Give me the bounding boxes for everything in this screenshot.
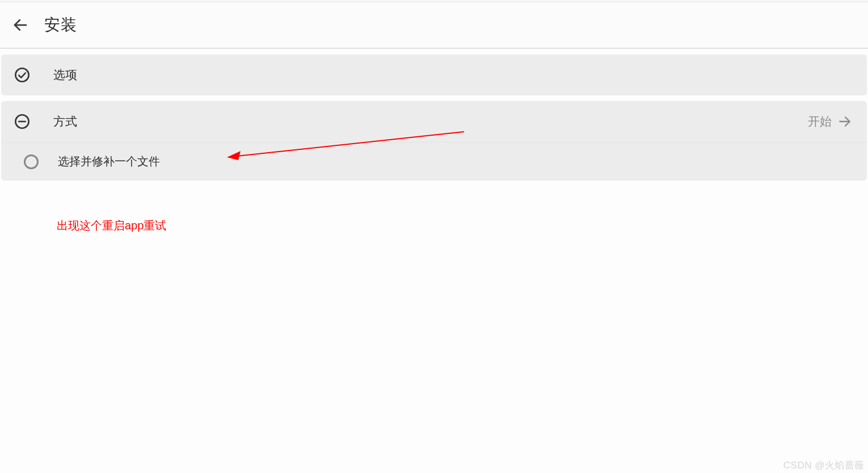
- titlebar: 安装: [0, 2, 868, 49]
- options-row[interactable]: 选项: [1, 55, 867, 95]
- method-row[interactable]: 方式 开始: [1, 101, 867, 142]
- check-circle-icon: [14, 66, 31, 83]
- options-label: 选项: [53, 67, 77, 83]
- radio-unchecked-icon: [24, 154, 39, 169]
- gap: [0, 49, 868, 55]
- annotation-text: 出现这个重启app重试: [57, 218, 166, 233]
- watermark: CSDN @火焰蔷薇: [783, 459, 865, 472]
- start-label: 开始: [808, 114, 832, 129]
- arrow-left-icon: [12, 16, 29, 34]
- start-button[interactable]: 开始: [808, 114, 852, 129]
- arrow-right-icon: [837, 114, 852, 129]
- method-card: 方式 开始 选择并修补一个文件: [1, 101, 867, 181]
- method-label: 方式: [53, 114, 77, 129]
- method-option-label: 选择并修补一个文件: [58, 154, 160, 169]
- page-root: 安装 选项 方式 开始: [0, 0, 868, 473]
- method-option-row[interactable]: 选择并修补一个文件: [1, 142, 867, 181]
- back-button[interactable]: [8, 12, 33, 37]
- gap: [0, 95, 868, 101]
- page-title: 安装: [44, 14, 77, 36]
- svg-point-1: [15, 68, 28, 81]
- minus-circle-icon: [14, 113, 31, 130]
- options-card[interactable]: 选项: [1, 55, 867, 95]
